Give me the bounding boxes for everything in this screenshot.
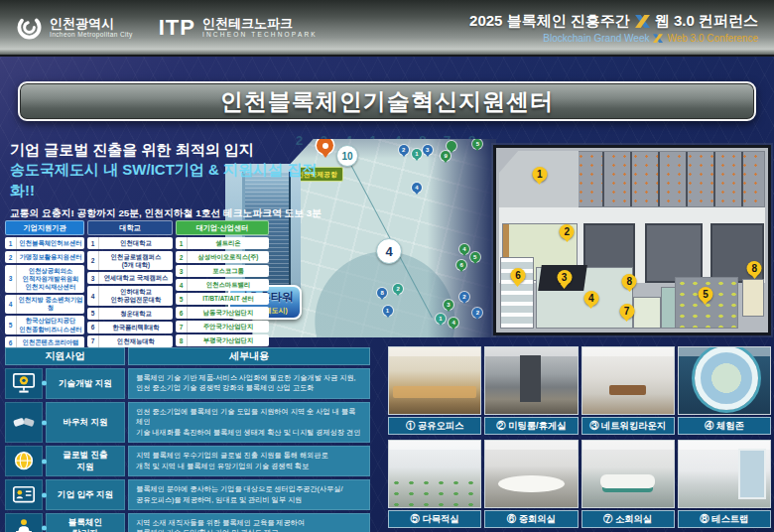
org-row: 7주안국가산업단지 (176, 321, 269, 332)
event-title-left: 2025 블록체인 진흥주간 (469, 12, 630, 31)
org-row: 5청운대학교 (87, 308, 173, 320)
intro-text: 기업 글로벌 진출을 위한 최적의 입지 송도국제도시 내 SW/ICT기업 &… (10, 140, 337, 220)
org-row: 2삼성바이오로직스(주) (176, 251, 269, 263)
itp-abbr: ITP (159, 15, 195, 41)
incheon-city-logo: 인천광역시 Incheon Metropolitan City (16, 14, 133, 41)
facility-tile: ① 공유오피스 (388, 346, 481, 435)
map-pin: 5 (472, 139, 482, 149)
map-pin: 6 (456, 260, 466, 270)
itp-name: 인천테크노파크 (202, 17, 318, 31)
facility-tile: ⑧ 테스트랩 (678, 440, 771, 528)
map-pin: 1 (383, 306, 393, 316)
city-swirl-icon (16, 14, 43, 41)
map-pin: 2 (399, 145, 409, 155)
globe-icon (5, 446, 43, 476)
x-logo-small-icon (653, 34, 663, 43)
id-card-icon (5, 479, 43, 510)
org-row: 3인천상공회의소 인적자원개발위원회 인천지식재산센터 (5, 265, 84, 293)
facility-photo-experience-zone (678, 346, 771, 415)
intro-line1: 기업 글로벌 진출을 위한 최적의 입지 (10, 140, 337, 160)
x-logo-icon (635, 15, 650, 28)
org-row: 2인천글로벌캠퍼스 (5개 대학) (87, 251, 173, 270)
page-title: 인천블록체인기술혁신지원센터 (220, 86, 554, 117)
facility-photo-test-lab (678, 440, 771, 508)
page-title-bar: 인천블록체인기술혁신지원센터 (18, 81, 756, 121)
map-pin (447, 141, 456, 151)
intro-line3: 교통의 요충지! 공항까지 25분, 인천지하철 1호선 테크노파크역 도보 3… (10, 207, 337, 220)
map-pin: 4 (449, 318, 458, 328)
support-col2-header: 세부내용 (128, 347, 370, 365)
plan-core-b (645, 223, 703, 283)
support-desc: 블록체인 분야에 종사하는 기업을 대상으로 센터입주공간(사무실/ 공유오피스… (128, 479, 370, 510)
map-pin: 1 (436, 314, 446, 324)
org-header: 대기업·산업센터 (176, 220, 269, 235)
support-desc: 지역 소재 재직자들을 위한 블록체인 교육을 제공하여 블록체인 기술 도입/… (128, 513, 370, 532)
org-row: 4인천지방 중소벤처기업청 (5, 295, 84, 314)
facility-caption: ④ 체험존 (678, 417, 771, 435)
support-desc: 블록체인 기술 기반 제품-서비스 사업화에 필요한 기술개발 자금 지원, 인… (128, 368, 370, 399)
floorplan-pin: 7 (619, 304, 634, 319)
support-label: 기술개발 지원 (46, 368, 125, 399)
poster-root: 인천광역시 Incheon Metropolitan City ITP 인천테크… (0, 0, 774, 532)
top-header: 인천광역시 Incheon Metropolitan City ITP 인천테크… (0, 0, 774, 57)
facility-photo-networking-lounge (581, 346, 675, 415)
facility-photo-meeting-lounge (484, 346, 578, 415)
org-header: 기업지원기관 (5, 220, 84, 235)
org-row: 6한국폴리텍Ⅱ대학 (87, 322, 173, 333)
org-row: 1셀트리온 (176, 237, 269, 249)
facility-tile: ④ 체험존 (678, 346, 771, 435)
support-label: 기업 입주 지원 (46, 479, 125, 510)
city-name: 인천광역시 (50, 17, 133, 31)
event-sub-right: Web 3.0 Conference (667, 33, 758, 44)
floorplan-pin: 8 (622, 274, 637, 289)
center-badge: 4 (376, 238, 402, 264)
monitor-gear-icon (5, 368, 43, 399)
map-pin: 8 (377, 288, 387, 298)
support-desc: 인천 중소기업에 블록체인 기술 도입을 지원하여 지역 全 사업 내 블록체인… (128, 402, 370, 443)
support-desc: 지역 블록체인 우수기업의 글로벌 진출 지원을 통해 해외판로 개척 및 지역… (128, 446, 370, 476)
facility-caption: ② 미팅룸/휴게실 (484, 417, 578, 435)
facility-grid: ① 공유오피스 ② 미팅룸/휴게실 ③ 네트워킹라운지 ④ 체험존 ⑤ 다목적실… (388, 346, 771, 528)
org-row: 3포스코그룹 (176, 265, 269, 277)
support-table: 지원사업 세부내용 기술개발 지원 블록체인 기술 기반 제품-서비스 사업화에… (5, 347, 370, 532)
map-pin: 2 (472, 308, 482, 318)
facility-tile: ⑦ 소회의실 (581, 440, 675, 528)
map-pin: 5 (470, 252, 480, 262)
org-row: 5IT/BT/AT/AIT 센터 (176, 293, 269, 305)
facility-tile: ⑤ 다목적실 (388, 440, 481, 528)
facility-caption: ⑥ 중회의실 (484, 510, 578, 528)
org-header: 대학교 (87, 220, 173, 235)
floorplan-pin: 2 (560, 224, 575, 239)
map-pin: 2 (393, 284, 403, 294)
floorplan-pin: 1 (532, 167, 547, 182)
facility-photo-shared-office (388, 346, 481, 415)
facility-caption: ⑧ 테스트랩 (678, 510, 771, 528)
itp-name-en: INCHEON TECHNOPARK (202, 31, 318, 38)
floorplan-pin: 4 (583, 291, 598, 306)
airport-badge: 10 (336, 145, 358, 167)
itp-logo: ITP 인천테크노파크 INCHEON TECHNOPARK (159, 15, 318, 41)
plan-small-room (633, 297, 661, 329)
org-column-support-agencies: 기업지원기관 1인천블록체인허브센터 2가명정보활용지원센터 3인천상공회의소 … (5, 220, 84, 348)
city-name-en: Incheon Metropolitan City (50, 31, 133, 38)
facility-caption: ① 공유오피스 (388, 417, 481, 435)
facility-tile: ② 미팅룸/휴게실 (484, 346, 578, 435)
map-pin: 4 (412, 183, 422, 193)
map-pin: 4 (459, 244, 469, 254)
event-title-right: 웹 3.0 컨퍼런스 (655, 12, 758, 31)
floorplan: 123456788 (493, 145, 771, 335)
floorplan-pin: 3 (557, 270, 572, 285)
floorplan-pin: 5 (698, 287, 712, 302)
facility-tile: ③ 네트워킹라운지 (581, 346, 675, 435)
facility-caption: ⑤ 다목적실 (388, 510, 481, 528)
facility-photo-small-conference-room (581, 440, 675, 508)
lecturer-icon (5, 513, 43, 532)
plan-oval-room (742, 279, 764, 317)
map-pin: 2 (459, 292, 469, 302)
floorplan-pin: 6 (510, 268, 525, 283)
map-pin: 3 (423, 145, 433, 155)
org-column-universities: 대학교 1인천대학교 2인천글로벌캠퍼스 (5개 대학) 3연세대학교 국제캠퍼… (87, 220, 173, 348)
event-banner: 2025 블록체인 진흥주간 웹 3.0 컨퍼런스 Blockchain Gra… (469, 12, 758, 44)
org-row: 5한국산업단지공단 인천종합비즈니스센터 (5, 316, 84, 334)
org-row: 4인천스마트밸리 (176, 279, 269, 291)
